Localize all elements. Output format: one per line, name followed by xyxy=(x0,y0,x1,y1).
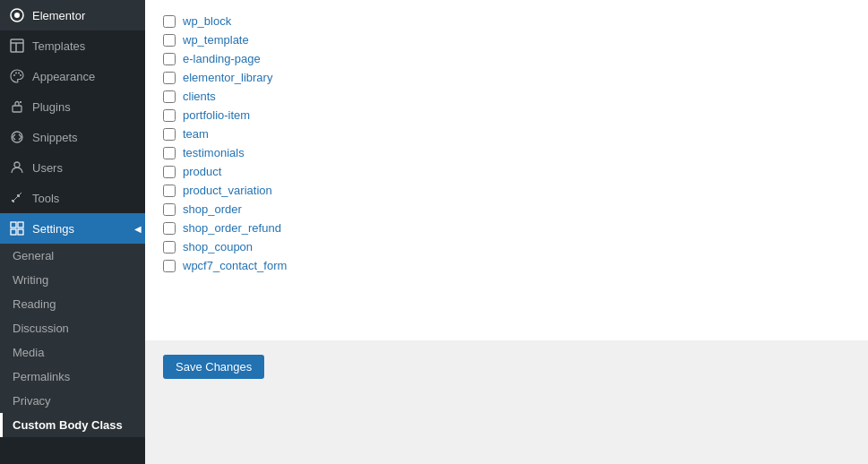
checkbox-label-elementor_library[interactable]: elementor_library xyxy=(183,71,272,84)
checkbox-product[interactable] xyxy=(163,166,176,178)
checkbox-label-clients[interactable]: clients xyxy=(183,90,216,103)
sidebar-item-snippets[interactable]: Snippets xyxy=(0,122,145,152)
sidebar-item-label-templates: Templates xyxy=(32,39,85,53)
checkbox-label-testimonials[interactable]: testimonials xyxy=(183,146,245,159)
submenu-general[interactable]: General xyxy=(0,244,145,268)
main-content: wp_blockwp_templatee-landing-pageelement… xyxy=(145,0,868,464)
checkbox-shop_order_refund[interactable] xyxy=(163,222,176,235)
sidebar-item-tools[interactable]: Tools xyxy=(0,183,145,213)
checkbox-portfolio-item[interactable] xyxy=(163,109,176,122)
checkbox-item: e-landing-page xyxy=(163,52,850,65)
save-changes-button[interactable]: Save Changes xyxy=(163,355,264,379)
tools-icon xyxy=(9,190,25,206)
checkbox-shop_coupon[interactable] xyxy=(163,241,176,253)
appearance-icon xyxy=(9,68,25,84)
checkbox-wp_block[interactable] xyxy=(163,15,176,28)
checkbox-item: clients xyxy=(163,90,850,103)
checkbox-item: shop_coupon xyxy=(163,240,850,253)
settings-submenu: General Writing Reading Discussion Media… xyxy=(0,244,145,437)
checkbox-item: product_variation xyxy=(163,184,850,197)
plugins-icon xyxy=(9,99,25,115)
sidebar-item-label-tools: Tools xyxy=(32,192,59,205)
checkbox-label-shop_order_refund[interactable]: shop_order_refund xyxy=(183,221,281,235)
svg-rect-9 xyxy=(13,106,21,112)
templates-icon xyxy=(9,38,25,54)
checkbox-label-wp_block[interactable]: wp_block xyxy=(183,14,231,28)
checkbox-e-landing-page[interactable] xyxy=(163,53,176,65)
checkbox-label-product_variation[interactable]: product_variation xyxy=(183,184,272,197)
checkbox-label-shop_coupon[interactable]: shop_coupon xyxy=(183,240,253,253)
checkbox-item: wp_block xyxy=(163,14,850,28)
checkbox-list: wp_blockwp_templatee-landing-pageelement… xyxy=(163,14,850,272)
svg-rect-2 xyxy=(11,39,23,52)
sidebar-item-label-snippets: Snippets xyxy=(32,131,78,144)
checkbox-label-portfolio-item[interactable]: portfolio-item xyxy=(183,108,250,122)
checkbox-label-wpcf7_contact_form[interactable]: wpcf7_contact_form xyxy=(183,259,287,272)
checkbox-item: wp_template xyxy=(163,33,850,47)
svg-point-13 xyxy=(14,162,20,168)
svg-point-8 xyxy=(20,74,21,76)
checkbox-item: shop_order_refund xyxy=(163,221,850,235)
checkbox-item: elementor_library xyxy=(163,71,850,84)
checkbox-label-product[interactable]: product xyxy=(183,165,221,178)
settings-icon xyxy=(9,220,25,236)
checkbox-testimonials[interactable] xyxy=(163,147,176,159)
sidebar-item-appearance[interactable]: Appearance xyxy=(0,61,145,91)
svg-rect-17 xyxy=(18,229,23,235)
checkbox-wp_template[interactable] xyxy=(163,34,176,47)
sidebar-item-users[interactable]: Users xyxy=(0,152,145,183)
submenu-writing[interactable]: Writing xyxy=(0,268,145,292)
submenu-permalinks[interactable]: Permalinks xyxy=(0,365,145,389)
checkbox-clients[interactable] xyxy=(163,90,176,103)
checkbox-product_variation[interactable] xyxy=(163,185,176,197)
sidebar-item-label-plugins: Plugins xyxy=(32,100,71,114)
sidebar-item-label-appearance: Appearance xyxy=(32,70,95,83)
sidebar-item-label-settings: Settings xyxy=(32,222,74,236)
checkbox-item: wpcf7_contact_form xyxy=(163,259,850,272)
checkbox-elementor_library[interactable] xyxy=(163,72,176,84)
checkbox-label-team[interactable]: team xyxy=(183,127,209,141)
content-area: wp_blockwp_templatee-landing-pageelement… xyxy=(145,0,868,340)
sidebar-item-settings[interactable]: Settings xyxy=(0,213,145,244)
svg-point-7 xyxy=(18,73,20,74)
sidebar-item-label-users: Users xyxy=(32,161,63,175)
submenu-media[interactable]: Media xyxy=(0,340,145,365)
submenu-reading[interactable]: Reading xyxy=(0,292,145,316)
svg-point-5 xyxy=(13,74,15,76)
elementor-icon xyxy=(9,7,25,23)
svg-rect-15 xyxy=(18,222,23,228)
submenu-privacy[interactable]: Privacy xyxy=(0,389,145,413)
svg-point-1 xyxy=(14,13,20,18)
users-icon xyxy=(9,159,25,176)
save-area: Save Changes xyxy=(145,340,868,393)
svg-rect-16 xyxy=(11,229,16,235)
svg-rect-14 xyxy=(11,222,16,228)
checkbox-label-e-landing-page[interactable]: e-landing-page xyxy=(183,52,261,65)
checkbox-item: shop_order xyxy=(163,202,850,216)
checkbox-team[interactable] xyxy=(163,128,176,141)
checkbox-label-wp_template[interactable]: wp_template xyxy=(183,33,249,47)
checkbox-shop_order[interactable] xyxy=(163,203,176,216)
sidebar-item-label-elementor: Elementor xyxy=(32,9,85,22)
checkbox-item: team xyxy=(163,127,850,141)
checkbox-label-shop_order[interactable]: shop_order xyxy=(183,202,242,216)
checkbox-wpcf7_contact_form[interactable] xyxy=(163,260,176,272)
sidebar-item-plugins[interactable]: Plugins xyxy=(0,91,145,122)
sidebar-item-templates[interactable]: Templates xyxy=(0,30,145,61)
checkbox-item: portfolio-item xyxy=(163,108,850,122)
sidebar: Elementor Templates Appearance xyxy=(0,0,145,464)
sidebar-item-elementor[interactable]: Elementor xyxy=(0,0,145,30)
svg-point-6 xyxy=(15,73,17,74)
checkbox-item: testimonials xyxy=(163,146,850,159)
snippets-icon xyxy=(9,129,25,145)
checkbox-item: product xyxy=(163,165,850,178)
submenu-discussion[interactable]: Discussion xyxy=(0,316,145,340)
submenu-custom-body-class[interactable]: Custom Body Class xyxy=(0,413,145,437)
